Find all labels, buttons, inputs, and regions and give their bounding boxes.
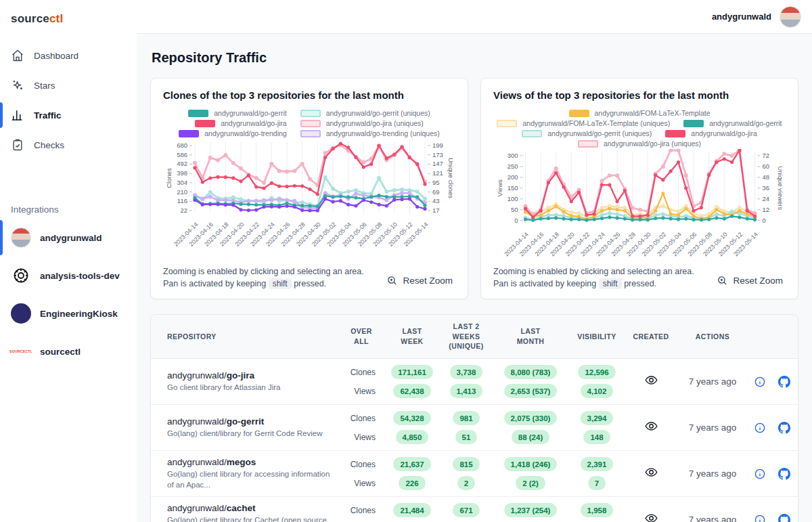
brand-accent: ctl xyxy=(49,12,63,25)
legend-item[interactable]: andygrunwald/FOM-LaTeX-Template (uniques… xyxy=(497,119,670,127)
legend-item[interactable]: andygrunwald/go-jira xyxy=(195,119,286,127)
sourcectl-logo: sourcectl xyxy=(11,341,31,362)
legend-label: andygrunwald/go-gerrit (uniques) xyxy=(547,129,652,137)
created-label: 7 years ago xyxy=(679,422,746,433)
svg-text:200: 200 xyxy=(508,173,518,181)
repo-owner: andygrunwald/ xyxy=(167,457,227,467)
svg-text:17: 17 xyxy=(432,206,440,214)
repo-name[interactable]: andygrunwald/go-jira xyxy=(167,370,334,380)
svg-text:Views: Views xyxy=(496,179,503,196)
zoom-note-text: Zooming is enabled by clicking and selec… xyxy=(163,267,364,289)
legend-item[interactable]: andygrunwald/go-jira (uniques) xyxy=(300,119,424,127)
metric-badge: 1,418 (246) xyxy=(504,457,558,471)
github-icon[interactable] xyxy=(778,422,790,434)
integration-item-andygrunwald[interactable]: andygrunwald xyxy=(0,221,137,254)
github-icon[interactable] xyxy=(778,376,790,388)
integration-item-analysis-tools-dev[interactable]: analysis-tools-dev xyxy=(0,259,137,292)
repo-name[interactable]: andygrunwald/cachet xyxy=(167,503,334,513)
repo-description: Go(lang) client library for accessing in… xyxy=(167,469,334,490)
engineeringkiosk-logo xyxy=(11,303,31,324)
legend-item[interactable]: andygrunwald/go-gerrit (uniques) xyxy=(300,109,430,117)
reset-zoom-button[interactable]: Reset Zoom xyxy=(714,271,786,290)
views-chart-card: Views of the top 3 repositories for the … xyxy=(480,78,798,299)
legend-item[interactable]: andygrunwald/go-jira (uniques) xyxy=(578,139,701,148)
legend-item[interactable]: andygrunwald/go-trending xyxy=(179,129,286,137)
integrations-heading: Integrations xyxy=(0,204,137,221)
legend-item[interactable]: andygrunwald/FOM-LaTeX-Template xyxy=(569,109,710,117)
integration-item-engineeringkiosk[interactable]: EngineeringKiosk xyxy=(0,297,137,330)
metric-badge: 62,438 xyxy=(393,384,430,398)
sidebar-item-dashboard[interactable]: Dashboard xyxy=(0,42,137,69)
info-icon[interactable] xyxy=(754,376,766,388)
page-title: Repository Traffic xyxy=(152,50,797,66)
clones-chart[interactable]: 6805864923983042101162219917314712195694… xyxy=(164,139,455,255)
shift-key-label: shift xyxy=(599,278,622,289)
legend-label: andygrunwald/go-trending (uniques) xyxy=(326,129,440,137)
repo-name[interactable]: andygrunwald/megos xyxy=(167,457,334,467)
sidebar-item-traffic[interactable]: Traffic xyxy=(0,102,137,129)
integrations-list: andygrunwaldanalysis-tools-devEngineerin… xyxy=(0,221,137,368)
sidebar-nav: DashboardStarsTrafficChecks xyxy=(0,42,137,158)
legend-item[interactable]: andygrunwald/go-gerrit (uniques) xyxy=(522,129,652,137)
column-header: LAST 2 WEEKS(UNIQUE) xyxy=(442,315,491,358)
integration-label: andygrunwald xyxy=(40,233,102,243)
visibility-cell xyxy=(623,419,679,436)
created-label: 7 years ago xyxy=(679,376,746,387)
info-icon[interactable] xyxy=(754,468,766,480)
column-header: ACTIONS xyxy=(679,325,746,349)
sparkles-icon xyxy=(11,79,24,92)
sidebar-item-checks[interactable]: Checks xyxy=(0,131,137,158)
username-label: andygrunwald xyxy=(712,12,771,22)
svg-text:300: 300 xyxy=(508,152,518,159)
info-icon[interactable] xyxy=(754,514,766,522)
repo-owner: andygrunwald/ xyxy=(167,370,227,380)
svg-text:586: 586 xyxy=(177,151,187,158)
chart-bar-icon xyxy=(11,108,24,122)
metric-column: 54,3284,850 xyxy=(382,411,442,444)
repo-name[interactable]: andygrunwald/go-gerrit xyxy=(167,416,334,427)
github-icon[interactable] xyxy=(778,514,790,522)
legend-swatch xyxy=(300,120,321,127)
repository-table: REPOSITORYOVERALLLASTWEEKLAST 2 WEEKS(UN… xyxy=(150,314,798,522)
clones-chart-legend: andygrunwald/go-gerritandygrunwald/go-ge… xyxy=(163,109,455,137)
zoom-note-text-after: pressed. xyxy=(294,279,326,288)
svg-text:36: 36 xyxy=(762,184,769,192)
metric-badge: 671 xyxy=(453,503,479,517)
svg-text:398: 398 xyxy=(177,169,187,177)
legend-label: andygrunwald/go-jira xyxy=(691,129,757,137)
table-row: andygrunwald/megosGo(lang) client librar… xyxy=(151,451,798,497)
user-avatar xyxy=(780,6,801,28)
legend-item[interactable]: andygrunwald/go-gerrit xyxy=(683,119,782,127)
metric-column: 3,7381,413 xyxy=(442,365,491,398)
zoom-note-text: Zooming is enabled by clicking and selec… xyxy=(493,267,694,289)
metric-badge: 2,391 xyxy=(581,457,614,471)
integration-item-sourcectl[interactable]: sourcectlsourcectl xyxy=(0,335,137,368)
metric-badge: 2,075 (330) xyxy=(504,411,558,425)
legend-label: andygrunwald/FOM-LaTeX-Template (uniques… xyxy=(522,119,670,127)
views-chart[interactable]: 3002502001501005007260483624120ViewsUniq… xyxy=(494,149,785,265)
analysis-tools-dev-logo xyxy=(11,265,31,286)
legend-label: andygrunwald/go-jira (uniques) xyxy=(604,139,701,148)
metric-badge: 3,738 xyxy=(450,365,483,379)
metric-badge: 7 xyxy=(588,476,606,490)
reset-zoom-button[interactable]: Reset Zoom xyxy=(384,271,455,290)
shift-key-label: shift xyxy=(269,278,292,289)
zoom-note: Zooming is enabled by clicking and selec… xyxy=(493,265,707,291)
sidebar-item-stars[interactable]: Stars xyxy=(0,72,137,99)
info-icon[interactable] xyxy=(754,422,766,434)
github-icon[interactable] xyxy=(778,468,790,480)
metric-row-labels: ClonesViews xyxy=(340,503,382,522)
legend-item[interactable]: andygrunwald/go-trending (uniques) xyxy=(300,129,440,137)
integration-label: EngineeringKiosk xyxy=(40,309,118,319)
svg-text:Unique clones: Unique clones xyxy=(447,158,455,198)
metric-badge: 226 xyxy=(399,476,425,490)
user-menu[interactable]: andygrunwald xyxy=(712,6,801,28)
views-chart-title: Views of the top 3 repositories for the … xyxy=(493,89,786,101)
repo-description: Go(lang) client library for Cachet (open… xyxy=(167,515,334,522)
legend-item[interactable]: andygrunwald/go-jira xyxy=(665,129,757,137)
legend-swatch xyxy=(665,130,685,137)
legend-item[interactable]: andygrunwald/go-gerrit xyxy=(188,109,286,117)
metric-column: 3,294148 xyxy=(570,411,623,444)
svg-text:304: 304 xyxy=(177,179,187,186)
brand-logo[interactable]: sourcectl xyxy=(0,9,137,42)
